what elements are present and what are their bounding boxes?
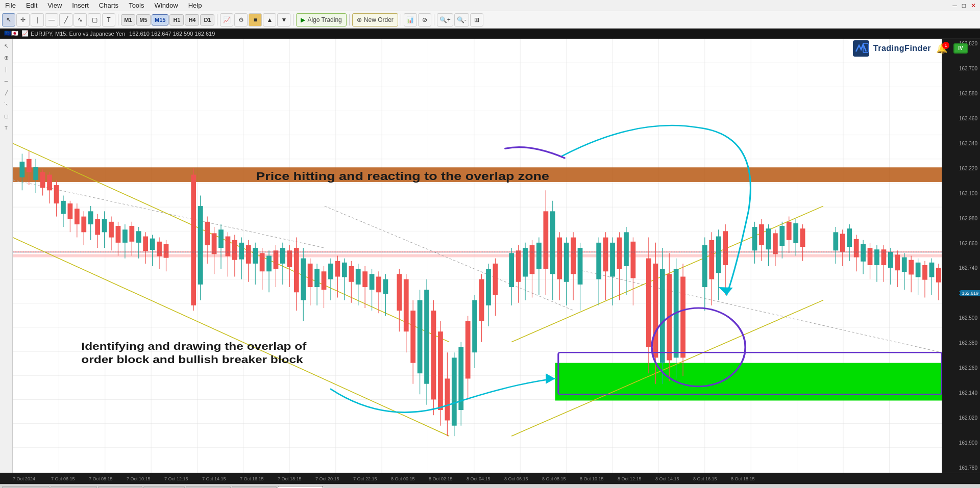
tline-left[interactable]: ╱ xyxy=(1,88,11,98)
svg-rect-57 xyxy=(75,209,80,224)
notification-count: 1 xyxy=(942,42,949,49)
price-10: 162.740 xyxy=(942,265,980,271)
price-3: 163.580 xyxy=(942,91,980,96)
channel-left[interactable]: ⋱ xyxy=(1,99,11,110)
tab-usdjpy[interactable]: USDJPY,H4 xyxy=(143,486,185,488)
svg-rect-163 xyxy=(465,321,471,379)
tf-m1[interactable]: M1 xyxy=(121,14,135,25)
svg-rect-85 xyxy=(191,175,196,305)
chart-down-btn[interactable]: ▼ xyxy=(277,13,290,27)
chart-main[interactable]: Price hitting and reacting to the overla… xyxy=(13,39,942,473)
svg-rect-259 xyxy=(888,252,893,268)
svg-rect-111 xyxy=(280,248,285,264)
vline-left[interactable]: │ xyxy=(1,64,11,74)
chart-color-btn[interactable]: ■ xyxy=(249,13,262,27)
svg-rect-251 xyxy=(861,244,866,262)
tab-eurusd[interactable]: EURUSD,M15 xyxy=(2,486,50,488)
svg-rect-249 xyxy=(854,239,859,258)
svg-rect-191 xyxy=(571,238,576,274)
svg-rect-73 xyxy=(129,226,134,242)
svg-rect-231 xyxy=(766,228,771,249)
price-current-container: 162.619 162.619 xyxy=(942,290,980,296)
chart-up-btn[interactable]: ▲ xyxy=(263,13,276,27)
price-6: 163.220 xyxy=(942,166,980,171)
menu-window[interactable]: Window xyxy=(149,1,183,10)
polyline-tool[interactable]: ∿ xyxy=(74,13,87,27)
svg-rect-137 xyxy=(370,274,375,290)
crosshair-tool[interactable]: ✛ xyxy=(16,13,30,27)
tf-m15[interactable]: M15 xyxy=(152,14,168,25)
time-2: 7 Oct 08:15 xyxy=(89,476,127,481)
tab-gbpusd[interactable]: GBPUSD,M5 xyxy=(98,486,142,488)
svg-rect-157 xyxy=(445,378,450,420)
win-close[interactable]: ✕ xyxy=(969,2,978,9)
svg-rect-147 xyxy=(410,311,415,363)
new-order-btn[interactable]: ⊕ New Order xyxy=(352,13,398,27)
svg-rect-61 xyxy=(88,211,93,224)
svg-rect-235 xyxy=(779,226,785,246)
win-minimize[interactable]: ─ xyxy=(950,2,959,9)
trend-line-tool[interactable]: ╱ xyxy=(59,13,72,27)
price-4: 163.460 xyxy=(942,116,980,121)
symbol-name: EURJPY, M15: Euro vs Japanese Yen xyxy=(31,31,125,37)
tab-usdchf[interactable]: USDCHF,M15 xyxy=(51,486,97,488)
chart-settings-btn[interactable]: ⚙ xyxy=(234,13,248,27)
menu-help[interactable]: Help xyxy=(183,1,207,10)
svg-rect-141 xyxy=(383,279,388,294)
svg-rect-243 xyxy=(833,232,838,250)
cursor-left[interactable]: ↖ xyxy=(1,41,11,51)
svg-rect-233 xyxy=(773,233,778,254)
menu-insert[interactable]: Insert xyxy=(67,1,94,10)
tf-d1[interactable]: D1 xyxy=(200,14,214,25)
grid-btn[interactable]: ⊞ xyxy=(470,13,483,27)
indicators-btn[interactable]: 📊 xyxy=(404,13,417,27)
vertical-line-tool[interactable]: | xyxy=(31,13,44,27)
svg-rect-199 xyxy=(610,243,615,277)
objects-btn[interactable]: ⊘ xyxy=(418,13,431,27)
menu-file[interactable]: File xyxy=(0,1,21,10)
svg-rect-41 xyxy=(19,162,24,177)
horizontal-line-tool[interactable]: — xyxy=(45,13,58,27)
algo-trading-btn[interactable]: ▶ Algo Trading xyxy=(296,13,346,27)
sep6 xyxy=(434,14,434,25)
time-8: 7 Oct 20:15 xyxy=(315,476,353,481)
algo-trading-label: Algo Trading xyxy=(307,16,341,23)
zoom-in-btn[interactable]: 🔍+ xyxy=(437,13,453,27)
svg-rect-195 xyxy=(596,243,601,279)
menu-view[interactable]: View xyxy=(42,1,67,10)
svg-rect-269 xyxy=(922,265,927,280)
win-restore[interactable]: □ xyxy=(960,2,968,9)
shapes-left[interactable]: ▢ xyxy=(1,111,11,121)
crosshair-left[interactable]: ⊕ xyxy=(1,53,11,63)
sep4 xyxy=(349,14,350,25)
toolbar: ↖ ✛ | — ╱ ∿ ▢ T M1 M5 M15 H1 H4 D1 📈 ⚙ ■… xyxy=(0,11,980,29)
annotation-text-2-line2: order block and bullish breaker block xyxy=(81,354,303,366)
tf-h4[interactable]: H4 xyxy=(185,14,199,25)
svg-rect-127 xyxy=(335,261,340,277)
menu-bar: File Edit View Insert Charts Tools Windo… xyxy=(0,0,980,11)
tab-nzdjpy[interactable]: NZDJPY,M15 xyxy=(232,486,277,488)
notification-bell[interactable]: 🔔 1 xyxy=(936,43,947,54)
tab-cadjpy[interactable]: CADJPY,M15 xyxy=(186,486,231,488)
svg-rect-247 xyxy=(847,228,852,247)
svg-rect-261 xyxy=(895,254,900,270)
time-5: 7 Oct 14:15 xyxy=(202,476,240,481)
hline-left[interactable]: ─ xyxy=(1,76,11,86)
menu-charts[interactable]: Charts xyxy=(94,1,124,10)
zoom-out-btn[interactable]: 🔍- xyxy=(454,13,469,27)
tf-h1[interactable]: H1 xyxy=(169,14,184,25)
menu-edit[interactable]: Edit xyxy=(21,1,42,10)
cursor-tool[interactable]: ↖ xyxy=(2,13,15,27)
text-left[interactable]: T xyxy=(1,123,11,133)
text-tool[interactable]: T xyxy=(102,13,115,27)
symbol-bar: 🇪🇺🇯🇵 📈 EURJPY, M15: Euro vs Japanese Yen… xyxy=(0,29,980,39)
chart-type-btn[interactable]: 📈 xyxy=(220,13,233,27)
price-12: 162.380 xyxy=(942,340,980,346)
tf-m5[interactable]: M5 xyxy=(136,14,151,25)
menu-tools[interactable]: Tools xyxy=(124,1,149,10)
svg-rect-173 xyxy=(509,253,514,287)
svg-rect-241 xyxy=(800,228,805,247)
svg-rect-81 xyxy=(157,242,162,256)
tab-eurjpy[interactable]: EURJPY,M15 xyxy=(278,486,323,488)
shapes-tool[interactable]: ▢ xyxy=(88,13,101,27)
